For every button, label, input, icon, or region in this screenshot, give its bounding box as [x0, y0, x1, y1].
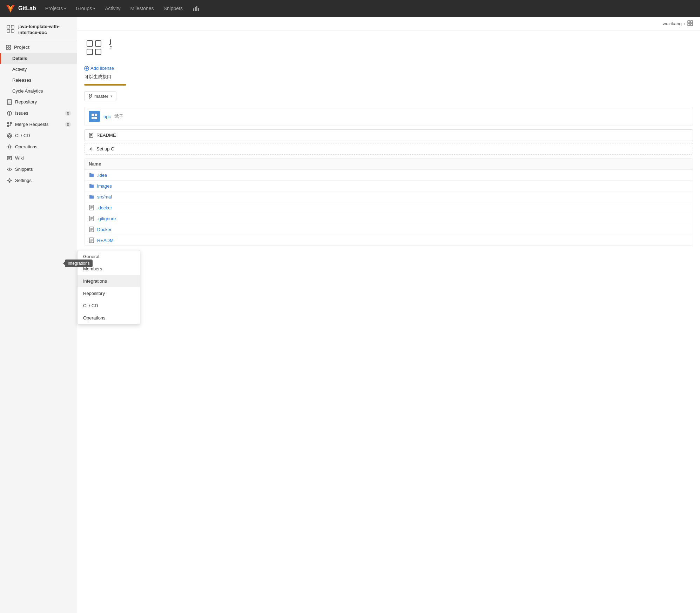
groups-nav-item[interactable]: Groups ▾ [72, 4, 99, 13]
add-license-link[interactable]: Add license [77, 64, 700, 72]
settings-dropdown-item-cicd[interactable]: CI / CD [78, 299, 140, 312]
svg-rect-3 [198, 8, 199, 11]
sidebar-item-merge-requests[interactable]: Merge Requests 0 [0, 119, 77, 130]
svg-line-27 [9, 168, 10, 171]
settings-dropdown-item-operations[interactable]: Operations [78, 312, 140, 324]
activity-nav-item[interactable]: Activity [101, 4, 124, 13]
sidebar-item-repository[interactable]: Repository [0, 96, 77, 108]
sidebar-item-wiki[interactable]: Wiki [0, 153, 77, 164]
svg-point-24 [8, 146, 11, 148]
setup-ci-button[interactable]: Set up C [84, 143, 693, 155]
branch-selector[interactable]: master ▾ [84, 91, 116, 101]
groups-caret-icon: ▾ [93, 7, 95, 11]
file-row[interactable]: Docker [85, 224, 693, 235]
integrations-tooltip: Integrations [65, 260, 93, 267]
svg-point-28 [9, 180, 11, 181]
action-buttons: README Set up C [84, 129, 693, 155]
svg-rect-0 [193, 8, 194, 11]
svg-rect-11 [9, 48, 11, 49]
svg-rect-5 [11, 25, 14, 28]
sidebar-item-operations[interactable]: Operations [0, 141, 77, 153]
svg-point-18 [9, 114, 10, 114]
sidebar-item-cycle-analytics[interactable]: Cycle Analytics [0, 86, 77, 96]
svg-rect-46 [92, 117, 94, 119]
file-name: images [97, 183, 112, 189]
file-row[interactable]: .docker [85, 202, 693, 213]
svg-rect-34 [95, 41, 101, 46]
svg-rect-36 [95, 49, 101, 55]
file-name: src/mai [97, 194, 112, 200]
milestones-nav-item[interactable]: Milestones [127, 4, 157, 13]
file-row[interactable]: READM [85, 235, 693, 245]
svg-rect-9 [9, 45, 11, 47]
svg-rect-1 [195, 7, 196, 11]
commit-message: upc [103, 114, 111, 119]
main-content: wuzikang › [77, 17, 700, 613]
svg-rect-8 [6, 45, 8, 47]
projects-nav-item[interactable]: Projects ▾ [42, 4, 70, 13]
snippets-nav-item[interactable]: Snippets [160, 4, 186, 13]
sidebar-item-details[interactable]: Details [0, 53, 77, 64]
project-subtitle: P [109, 45, 113, 50]
commit-avatar [89, 111, 100, 122]
svg-rect-7 [11, 29, 14, 32]
sidebar-project-name: java-template-with-interface-doc [18, 24, 71, 36]
file-table-header: Name [85, 159, 693, 170]
svg-rect-32 [691, 23, 693, 26]
sidebar-project-header: java-template-with-interface-doc [0, 21, 77, 40]
project-icon [6, 24, 15, 35]
sidebar-item-settings[interactable]: Settings [0, 175, 77, 186]
project-title: j [109, 38, 113, 45]
chinese-description: 可以生成接口 [77, 72, 700, 81]
sidebar-item-releases[interactable]: Releases [0, 75, 77, 86]
svg-point-23 [8, 135, 11, 137]
file-row[interactable]: .idea [85, 170, 693, 181]
file-name: READM [97, 238, 114, 243]
breadcrumb-user[interactable]: wuzikang [662, 21, 681, 26]
svg-point-52 [90, 148, 92, 150]
progress-bar [84, 84, 126, 86]
file-name: .idea [97, 173, 107, 178]
commit-info: upc 武子 [84, 107, 693, 126]
breadcrumb-separator: › [684, 21, 685, 26]
project-header-icon [84, 38, 104, 59]
issues-badge: 0 [65, 111, 71, 116]
chart-icon[interactable] [189, 3, 202, 14]
svg-rect-6 [7, 29, 10, 32]
svg-rect-44 [92, 114, 94, 116]
file-name: .gitignore [97, 216, 116, 221]
svg-point-40 [89, 94, 90, 96]
breadcrumb: wuzikang › [77, 17, 700, 31]
settings-dropdown-item-integrations[interactable]: Integrations [78, 275, 140, 287]
settings-dropdown-item-repository[interactable]: Repository [78, 287, 140, 299]
svg-rect-29 [688, 21, 690, 23]
project-header-info: j P [109, 38, 113, 50]
branch-caret-icon: ▾ [110, 94, 113, 99]
sidebar-item-snippets[interactable]: Snippets [0, 164, 77, 175]
merge-requests-badge: 0 [65, 122, 71, 127]
svg-rect-31 [688, 23, 690, 26]
file-row[interactable]: src/mai [85, 191, 693, 202]
sidebar-item-cicd[interactable]: CI / CD [0, 130, 77, 141]
svg-rect-35 [87, 49, 93, 55]
svg-rect-2 [196, 6, 197, 11]
readme-button[interactable]: README [84, 129, 693, 141]
svg-rect-10 [6, 48, 8, 49]
sidebar: java-template-with-interface-doc Project… [0, 17, 77, 613]
file-name: Docker [97, 227, 112, 232]
file-row[interactable]: images [85, 181, 693, 191]
svg-rect-45 [95, 114, 97, 116]
breadcrumb-project-icon [687, 20, 693, 27]
svg-rect-30 [691, 21, 693, 23]
svg-point-42 [89, 97, 90, 98]
file-row[interactable]: .gitignore [85, 213, 693, 224]
gitlab-logo[interactable]: GitLab [6, 4, 36, 13]
svg-rect-33 [87, 41, 93, 46]
project-header: j P [77, 31, 700, 64]
sidebar-item-activity[interactable]: Activity [0, 64, 77, 75]
sidebar-item-issues[interactable]: Issues 0 [0, 108, 77, 119]
top-navigation: GitLab Projects ▾ Groups ▾ Activity Mile… [0, 0, 700, 17]
sidebar-section-project: Project [0, 42, 77, 53]
svg-rect-47 [94, 117, 97, 119]
svg-point-20 [10, 122, 12, 124]
